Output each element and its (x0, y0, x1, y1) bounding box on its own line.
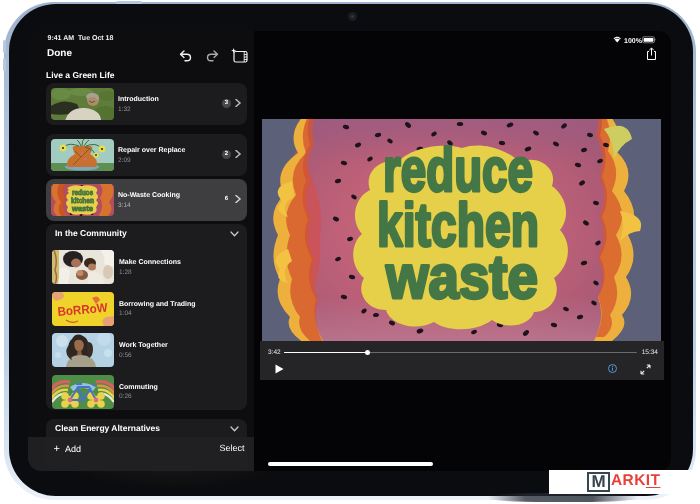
svg-text:waste: waste (385, 244, 538, 312)
svg-text:waste: waste (71, 204, 93, 213)
svg-text:100%: 100% (624, 38, 643, 44)
